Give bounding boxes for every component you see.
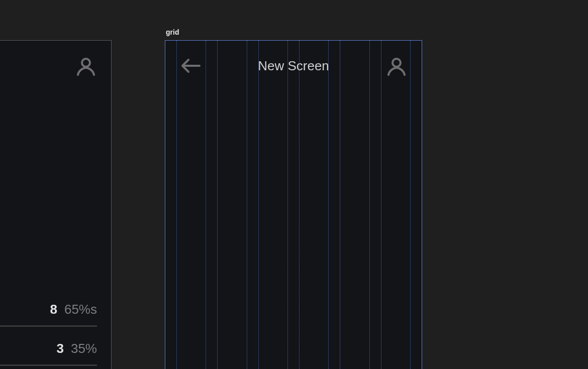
stat-count: 3 bbox=[56, 341, 63, 356]
artboard-label[interactable]: grid bbox=[166, 28, 179, 36]
screen-header: onth bbox=[0, 41, 111, 91]
screen-header: New Screen bbox=[165, 41, 422, 91]
stat-percent: 65%s bbox=[64, 302, 97, 317]
stats-list: 8 65%s 3 35% bbox=[0, 302, 111, 366]
stat-row: 3 35% bbox=[0, 341, 97, 366]
stat-count: 8 bbox=[50, 302, 57, 317]
stat-percent: 35% bbox=[71, 341, 97, 356]
profile-icon[interactable] bbox=[386, 56, 407, 76]
stat-bar bbox=[0, 325, 97, 327]
stat-bar bbox=[0, 364, 97, 366]
profile-icon[interactable] bbox=[76, 56, 96, 76]
stat-row: 8 65%s bbox=[0, 302, 97, 327]
artboard-month[interactable]: onth 8 65%s bbox=[0, 40, 112, 369]
artboard-grid[interactable]: New Screen bbox=[165, 40, 422, 369]
screen-title: New Screen bbox=[165, 58, 422, 74]
back-arrow-icon[interactable] bbox=[180, 58, 201, 74]
design-canvas[interactable]: onth 8 65%s bbox=[0, 0, 588, 369]
svg-point-0 bbox=[82, 59, 90, 67]
svg-point-4 bbox=[393, 59, 401, 67]
